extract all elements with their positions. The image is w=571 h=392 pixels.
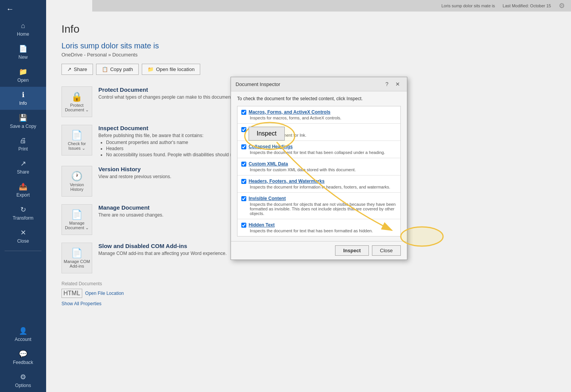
- feedback-icon: 💬: [19, 350, 27, 358]
- sidebar-item-home[interactable]: ⌂ Home: [0, 18, 46, 41]
- check-issues-label: Check forIssues ⌄: [68, 141, 86, 151]
- sidebar-item-options[interactable]: ⚙ Options: [0, 369, 46, 392]
- top-bar: Loris sump dolor sits mate is Last Modif…: [92, 0, 571, 12]
- sidebar-item-label-home: Home: [17, 31, 29, 37]
- save-copy-icon: 💾: [19, 114, 27, 122]
- item-title-hidden-text: Hidden Text: [249, 222, 275, 228]
- checkbox-hidden-text[interactable]: [241, 223, 246, 228]
- dialog-titlebar: Document Inspector ? ✕: [231, 77, 407, 91]
- checkbox-macros[interactable]: [241, 110, 246, 115]
- open-location-label: Open file location: [156, 66, 194, 72]
- addins-title: Slow and Disabled COM Add-ins: [98, 243, 227, 249]
- manage-icon-box[interactable]: 📄 ManageDocument ⌄: [61, 204, 92, 235]
- sidebar-item-account[interactable]: 👤 Account: [0, 323, 46, 346]
- related-title: Related Documents: [61, 281, 556, 286]
- dialog-list[interactable]: Macros, Forms, and ActiveX Controls Insp…: [237, 106, 401, 237]
- dialog-close-button[interactable]: ✕: [393, 80, 402, 88]
- checkbox-headers-footers[interactable]: [241, 179, 246, 184]
- dialog-footer: Inspect Close: [231, 241, 407, 260]
- dialog-list-item-hidden-text: Hidden Text Inspects the document for te…: [237, 219, 400, 236]
- version-text: Version History View and restore previou…: [98, 166, 171, 181]
- sidebar-item-print[interactable]: 🖨 Print: [0, 133, 46, 155]
- related-item-open-file: HTML Open File Location: [61, 289, 556, 298]
- dialog-title: Document Inspector: [236, 81, 280, 87]
- addins-label: Manage COMAdd-ins: [64, 259, 90, 268]
- item-title-headers-footers: Headers, Footers, and Watermarks: [249, 179, 325, 184]
- sidebar-item-open[interactable]: 📁 Open: [0, 64, 46, 87]
- item-desc-custom-xml: Inspects for custom XML data stored with…: [250, 167, 397, 172]
- manage-icon: 📄: [71, 209, 83, 220]
- sidebar-item-close[interactable]: ✕ Close: [0, 225, 46, 248]
- dialog-controls: ? ✕: [382, 80, 402, 88]
- manage-text: Manage Document There are no unsaved cha…: [98, 204, 163, 219]
- protect-title: Protect Document: [98, 86, 233, 93]
- sidebar-item-save-copy[interactable]: 💾 Save a Copy: [0, 110, 46, 133]
- document-inspector-dialog: Document Inspector ? ✕ To check the docu…: [231, 77, 407, 260]
- options-icon: ⚙: [20, 373, 26, 381]
- html-file-icon: HTML: [61, 289, 82, 298]
- version-label: VersionHistory: [70, 182, 84, 192]
- protect-icon: 🔒: [71, 91, 83, 102]
- sidebar-bottom: 👤 Account 💬 Feedback ⚙ Options: [0, 323, 46, 392]
- protect-desc: Control what types of changes people can…: [98, 94, 233, 100]
- sidebar-item-label-open: Open: [17, 78, 28, 83]
- sidebar-item-label-print: Print: [18, 146, 28, 152]
- item-desc-collapsed: Inspects the document for text that has …: [250, 150, 397, 155]
- version-icon: 🕐: [71, 171, 83, 182]
- sidebar-item-label-account: Account: [15, 337, 31, 342]
- back-button[interactable]: ←: [0, 0, 46, 18]
- addins-icon: 📄: [71, 248, 83, 258]
- manage-title: Manage Document: [98, 204, 163, 211]
- protect-text: Protect Document Control what types of c…: [98, 86, 233, 101]
- item-title-collapsed: Collapsed Headings: [249, 144, 293, 149]
- sidebar-item-export[interactable]: 📤 Export: [0, 179, 46, 202]
- transform-icon: ↻: [20, 205, 26, 214]
- sidebar-item-transform[interactable]: ↻ Transform: [0, 202, 46, 225]
- toolbar-buttons: ↗ Share 📋 Copy path 📁 Open file location: [61, 64, 556, 75]
- addins-icon-box[interactable]: 📄 Manage COMAdd-ins: [61, 243, 92, 273]
- item-desc-ink: Inspects the document for Ink.: [250, 133, 397, 137]
- dialog-list-item-macros: Macros, Forms, and ActiveX Controls Insp…: [237, 106, 400, 124]
- item-desc-hidden-text: Inspects the document for text that has …: [250, 228, 397, 233]
- item-title-ink: Ink: [249, 127, 255, 132]
- sidebar-item-label-options: Options: [15, 383, 31, 388]
- sidebar-nav: ⌂ Home 📄 New 📁 Open ℹ Info 💾 Save a Copy…: [0, 18, 46, 392]
- protect-icon-box[interactable]: 🔒 ProtectDocument ⌄: [61, 86, 92, 117]
- addins-desc: Manage COM add-ins that are affecting yo…: [98, 251, 227, 256]
- settings-wheel-icon[interactable]: ⚙: [559, 2, 565, 10]
- main-content: Loris sump dolor sits mate is Last Modif…: [46, 0, 571, 392]
- related-section: Related Documents HTML Open File Locatio…: [61, 281, 556, 306]
- version-title: Version History: [98, 166, 171, 172]
- inspect-button[interactable]: Inspect: [335, 245, 369, 256]
- manage-desc: There are no unsaved changes.: [98, 212, 163, 218]
- sidebar-item-label-share: Share: [17, 169, 29, 175]
- sidebar-item-feedback[interactable]: 💬 Feedback: [0, 346, 46, 369]
- sidebar-item-new[interactable]: 📄 New: [0, 41, 46, 64]
- dialog-list-item-ink: Ink Inspects the document for Ink.: [237, 124, 400, 141]
- manage-label: ManageDocument ⌄: [65, 221, 89, 230]
- sidebar-item-share[interactable]: ↗ Share: [0, 155, 46, 179]
- close-icon: ✕: [20, 228, 26, 237]
- checkbox-ink[interactable]: [241, 127, 246, 132]
- open-location-button[interactable]: 📁 Open file location: [142, 64, 200, 75]
- dialog-body: To check the document for the selected c…: [231, 91, 407, 241]
- copy-path-button[interactable]: 📋 Copy path: [96, 64, 139, 75]
- show-all-properties-link[interactable]: Show All Properties: [61, 301, 556, 306]
- info-icon: ℹ: [22, 91, 25, 99]
- dialog-help-button[interactable]: ?: [382, 80, 392, 88]
- checkbox-invisible[interactable]: [241, 196, 246, 201]
- version-icon-box[interactable]: 🕐 VersionHistory: [61, 166, 92, 197]
- checkbox-collapsed[interactable]: [241, 144, 246, 149]
- open-file-location-link[interactable]: Open File Location: [85, 291, 124, 296]
- item-desc-macros: Inspects for macros, forms, and ActiveX …: [250, 116, 397, 120]
- item-title-macros: Macros, Forms, and ActiveX Controls: [249, 109, 330, 115]
- inspect-icon-box[interactable]: 📄 Check forIssues ⌄: [61, 125, 92, 155]
- share-button[interactable]: ↗ Share: [61, 64, 93, 75]
- sidebar-item-info[interactable]: ℹ Info: [0, 87, 46, 110]
- checkbox-custom-xml[interactable]: [241, 162, 246, 167]
- dialog-close-action-button[interactable]: Close: [372, 245, 401, 256]
- item-title-custom-xml: Custom XML Data: [249, 161, 288, 167]
- doc-title: Loris sump dolor sits mate is: [61, 41, 556, 50]
- page-title: Info: [61, 23, 556, 35]
- share-icon: ↗: [20, 159, 26, 168]
